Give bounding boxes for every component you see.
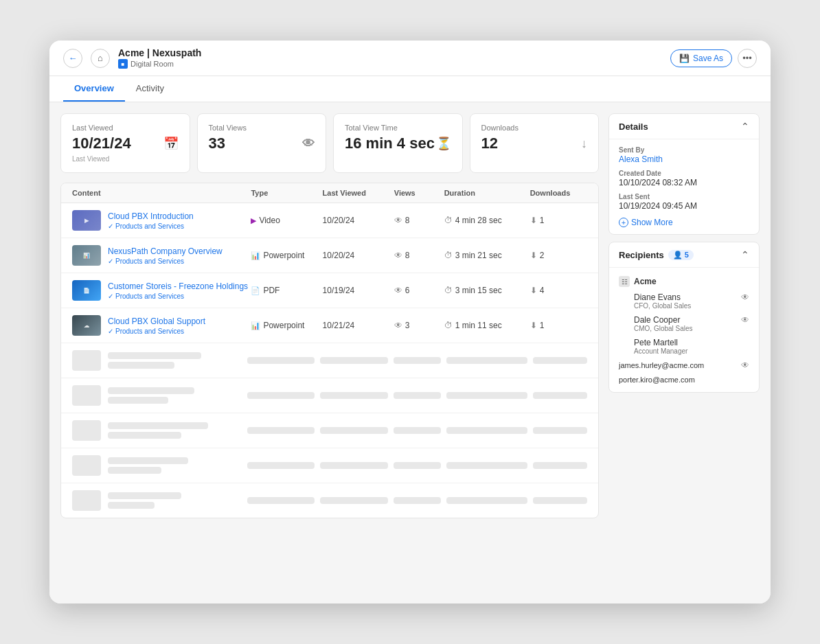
stat-value-total-views: 33 👁	[209, 135, 315, 152]
content-thumb-3: ☁	[72, 315, 101, 336]
details-title: Details	[619, 122, 648, 132]
stat-last-viewed: Last Viewed 10/21/24 📅 Last Viewed	[60, 113, 190, 173]
stat-value-total-view-time: 16 min 4 sec ⏳	[345, 135, 451, 152]
back-icon: ←	[69, 53, 78, 63]
recipient-eye-1[interactable]: 👁	[741, 315, 749, 325]
recipients-collapse-btn[interactable]: ⌃	[741, 249, 749, 260]
th-downloads: Downloads	[530, 189, 587, 197]
tab-overview[interactable]: Overview	[63, 76, 125, 102]
content-name-1[interactable]: NexusPath Company Overview	[108, 246, 223, 256]
stat-downloads: Downloads 12 ↓	[470, 113, 600, 173]
stat-label-total-view-time: Total View Time	[345, 124, 451, 132]
skeleton-row	[61, 413, 598, 448]
recipients-title-group: Recipients 👤 5	[619, 250, 694, 260]
cell-duration-1: ⏱ 3 min 21 sec	[444, 251, 530, 260]
home-button[interactable]: ⌂	[91, 49, 110, 68]
recipients-count-badge: 👤 5	[668, 250, 694, 260]
content-name-3[interactable]: Cloud PBX Global Support	[108, 317, 205, 326]
last-sent-label: Last Sent	[619, 193, 749, 200]
content-tag-3: ✓ Products and Services	[108, 327, 205, 335]
header-title: Acme | Nexuspath	[118, 47, 662, 58]
company-row: ☷ Acme	[619, 273, 749, 290]
recipient-role-2: Account Manager	[634, 347, 687, 355]
content-tag-2: ✓ Products and Services	[108, 292, 248, 300]
cell-last-viewed-3: 10/21/24	[323, 321, 394, 330]
cell-views-2: 👁 6	[394, 286, 444, 295]
recipient-name-2: Pete Martell	[634, 338, 687, 347]
recipients-header: Recipients 👤 5 ⌃	[609, 242, 759, 268]
header: ← ⌂ Acme | Nexuspath ■ Digital Room 💾 Sa…	[49, 41, 771, 76]
tab-activity[interactable]: Activity	[125, 76, 175, 102]
save-as-button[interactable]: 💾 Save As	[670, 49, 732, 67]
cell-type-3: 📊 Powerpoint	[251, 321, 322, 330]
content-tag-0: ✓ Products and Services	[108, 222, 194, 230]
content-item-2: 📄 Customer Storeis - Freezone Holdings ✓…	[72, 280, 251, 301]
recipient-name-1: Dale Cooper	[634, 315, 693, 325]
cell-last-viewed-0: 10/20/24	[323, 216, 394, 225]
content-thumb-1: 📊	[72, 245, 101, 266]
stat-label-last-viewed: Last Viewed	[72, 124, 179, 132]
eye-icon: 👁	[302, 137, 315, 151]
created-date-value: 10/10/2024 08:32 AM	[619, 178, 749, 187]
more-button[interactable]: •••	[738, 49, 757, 68]
content-item-1: 📊 NexusPath Company Overview ✓ Products …	[72, 245, 251, 266]
cell-views-3: 👁 3	[394, 321, 444, 330]
app-window: ← ⌂ Acme | Nexuspath ■ Digital Room 💾 Sa…	[49, 41, 771, 603]
back-button[interactable]: ←	[63, 49, 82, 68]
show-more-button[interactable]: + Show More	[619, 218, 749, 227]
recipient-eye-0[interactable]: 👁	[741, 292, 749, 302]
home-icon: ⌂	[98, 53, 103, 63]
show-more-icon: +	[619, 218, 628, 227]
cell-downloads-1: ⬇ 2	[530, 251, 587, 260]
email-row: porter.kiro@acme.com	[619, 373, 749, 387]
sent-by-row: Sent By Alexa Smith	[619, 146, 749, 164]
details-card-header: Details ⌃	[609, 114, 759, 139]
details-card: Details ⌃ Sent By Alexa Smith Created Da…	[608, 113, 760, 235]
details-collapse-btn[interactable]: ⌃	[741, 121, 749, 132]
save-icon: 💾	[679, 54, 690, 63]
th-last-viewed: Last Viewed	[323, 189, 394, 197]
main-area: Last Viewed 10/21/24 📅 Last Viewed Total…	[49, 102, 771, 603]
th-content: Content	[72, 189, 251, 197]
save-as-label: Save As	[693, 54, 723, 63]
table-row: ☁ Cloud PBX Global Support ✓ Products an…	[61, 308, 598, 343]
calendar-icon: 📅	[163, 136, 179, 151]
cell-duration-0: ⏱ 4 min 28 sec	[444, 216, 530, 225]
timer-icon: ⏳	[436, 136, 451, 151]
skeleton-row	[61, 378, 598, 413]
recipients-body: ☷ Acme Diane Evans CFO, Global Sales 👁	[609, 268, 759, 392]
recipient-row: Dale Cooper CMO, Global Sales 👁	[619, 312, 749, 335]
content-area: Last Viewed 10/21/24 📅 Last Viewed Total…	[60, 113, 599, 593]
stat-value-downloads: 12 ↓	[481, 135, 588, 152]
recipients-card: Recipients 👤 5 ⌃ ☷ Acme	[608, 242, 760, 393]
table-row: 📄 Customer Storeis - Freezone Holdings ✓…	[61, 273, 598, 308]
header-subtitle: ■ Digital Room	[118, 59, 662, 69]
th-views: Views	[394, 189, 444, 197]
email-eye-0[interactable]: 👁	[741, 360, 749, 370]
content-thumb-2: 📄	[72, 280, 101, 301]
recipient-role-0: CFO, Global Sales	[634, 302, 691, 310]
more-icon: •••	[742, 53, 752, 63]
stat-total-view-time: Total View Time 16 min 4 sec ⏳	[333, 113, 463, 173]
company-name: Acme	[634, 277, 657, 286]
header-actions: 💾 Save As •••	[670, 49, 757, 68]
skeleton-row	[61, 448, 598, 483]
table-row: ▶ Cloud PBX Introduction ✓ Products and …	[61, 203, 598, 238]
th-duration: Duration	[444, 189, 530, 197]
content-table: Content Type Last Viewed Views Duration …	[60, 183, 599, 518]
cell-type-1: 📊 Powerpoint	[251, 251, 322, 260]
email-0: james.hurley@acme.com	[619, 361, 704, 369]
cell-type-2: 📄 PDF	[251, 286, 322, 295]
table-row: 📊 NexusPath Company Overview ✓ Products …	[61, 238, 598, 273]
content-item-0: ▶ Cloud PBX Introduction ✓ Products and …	[72, 210, 251, 231]
content-name-2[interactable]: Customer Storeis - Freezone Holdings	[108, 281, 248, 291]
recipient-row: Pete Martell Account Manager	[619, 335, 749, 358]
stat-label-total-views: Total Views	[209, 124, 315, 132]
cell-views-1: 👁 8	[394, 251, 444, 260]
sent-by-value[interactable]: Alexa Smith	[619, 154, 749, 164]
table-header: Content Type Last Viewed Views Duration …	[61, 183, 598, 203]
content-item-3: ☁ Cloud PBX Global Support ✓ Products an…	[72, 315, 251, 336]
company-icon: ☷	[619, 276, 630, 287]
content-name-0[interactable]: Cloud PBX Introduction	[108, 211, 194, 221]
created-date-label: Created Date	[619, 170, 749, 177]
